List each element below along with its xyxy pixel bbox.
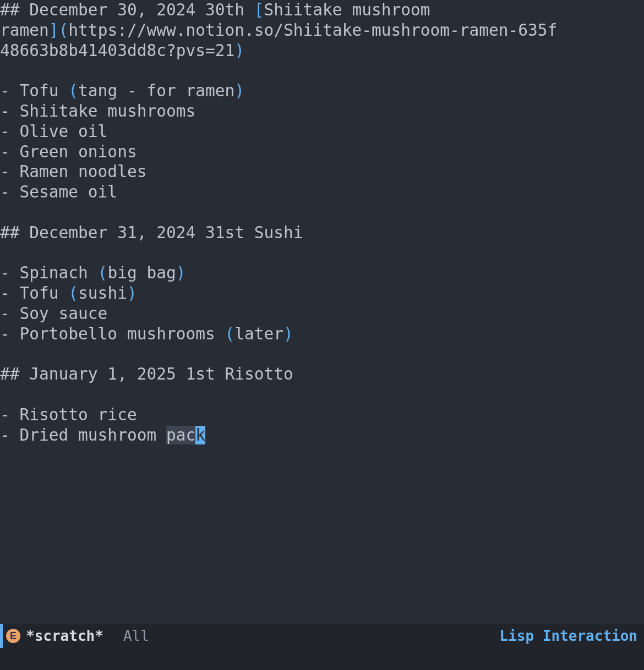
editor-line[interactable] — [0, 344, 644, 365]
emacs-logo-icon: E — [6, 629, 20, 643]
editor-buffer[interactable]: ## December 30, 2024 30th [Shiitake mush… — [0, 0, 644, 624]
editor-line[interactable]: ramen](https://www.notion.so/Shiitake-mu… — [0, 20, 644, 41]
editor-line[interactable]: - Portobello mushrooms (later) — [0, 324, 644, 344]
editor-line[interactable]: - Ramen noodles — [0, 162, 644, 182]
editor-line[interactable]: 48663b8b41403dd8c?pvs=21) — [0, 41, 644, 61]
editor-line[interactable] — [0, 243, 644, 263]
editor-line[interactable]: - Risotto rice — [0, 405, 644, 425]
editor-line[interactable]: - Green onions — [0, 142, 644, 162]
editor-line[interactable]: - Olive oil — [0, 122, 644, 142]
editor-line[interactable]: - Tofu (sushi) — [0, 283, 644, 304]
editor-line[interactable]: ## December 30, 2024 30th [Shiitake mush… — [0, 0, 644, 20]
editor-line[interactable]: ## December 31, 2024 31st Sushi — [0, 223, 644, 243]
modeline-buffer-name: *scratch* — [26, 626, 103, 646]
editor-line[interactable]: - Soy sauce — [0, 304, 644, 324]
editor-line[interactable]: - Sesame oil — [0, 182, 644, 202]
editor-line[interactable]: - Shiitake mushrooms — [0, 101, 644, 122]
editor-line[interactable]: - Dried mushroom pack — [0, 425, 644, 446]
editor-line[interactable]: ## January 1, 2025 1st Risotto — [0, 364, 644, 385]
editor-line[interactable] — [0, 61, 644, 81]
mode-line: E *scratch* All Lisp Interaction — [0, 624, 644, 648]
modeline-major-mode: Lisp Interaction — [500, 626, 637, 646]
editor-line[interactable] — [0, 202, 644, 223]
modeline-position: All — [123, 626, 149, 646]
editor-line[interactable] — [0, 385, 644, 405]
minibuffer[interactable] — [0, 648, 644, 670]
editor-line[interactable]: - Spinach (big bag) — [0, 263, 644, 283]
editor-line[interactable]: - Tofu (tang - for ramen) — [0, 81, 644, 101]
